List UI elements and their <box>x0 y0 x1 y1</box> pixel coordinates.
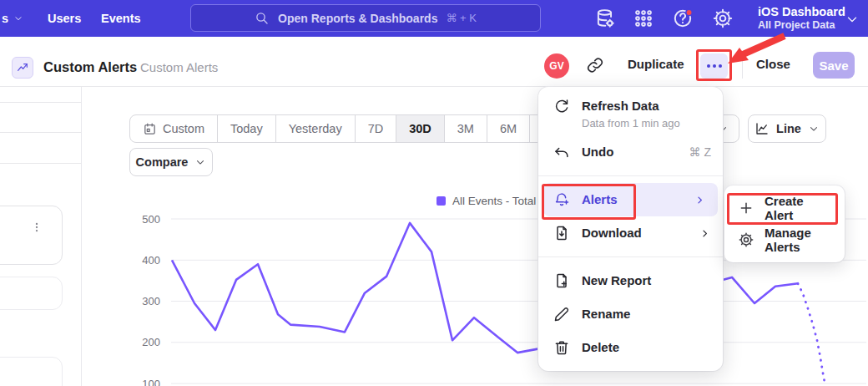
submenu-item-create-alert[interactable]: Create Alert <box>724 192 845 224</box>
range-segment-30d[interactable]: 30D <box>396 115 444 142</box>
menu-item-sublabel: Data from 1 min ago <box>582 116 680 131</box>
menu-item-delete[interactable]: Delete <box>538 331 723 364</box>
project-title: iOS Dashboard <box>758 4 845 19</box>
menu-item-refresh[interactable]: Refresh DataData from 1 min ago <box>538 92 723 135</box>
range-segment-today[interactable]: Today <box>217 115 275 142</box>
search-shortcut: ⌘ + K <box>446 12 477 24</box>
range-segment-7d[interactable]: 7D <box>355 115 396 142</box>
menu-item-undo[interactable]: Undo⌘ Z <box>538 135 723 169</box>
menu-item-label: Rename <box>582 306 630 323</box>
apps-grid-icon[interactable] <box>633 8 654 29</box>
chart-type-label: Line <box>776 122 801 135</box>
calendar-icon <box>143 122 157 136</box>
page-title: Custom Alerts <box>43 59 137 75</box>
svg-text:200: 200 <box>142 336 160 348</box>
nav-item-users[interactable]: Users <box>48 12 81 25</box>
chevron-down-icon[interactable] <box>845 12 860 27</box>
menu-item-label: Refresh Data <box>582 98 680 114</box>
project-switcher[interactable]: iOS Dashboard All Project Data <box>758 4 845 33</box>
breadcrumb: Custom Alerts <box>140 60 218 74</box>
report-type-icon <box>12 57 33 79</box>
menu-item-shortcut: ⌘ Z <box>689 145 711 159</box>
more-options-button[interactable] <box>700 53 728 79</box>
range-segment-3m[interactable]: 3M <box>444 115 487 142</box>
svg-text:500: 500 <box>142 213 160 226</box>
save-button[interactable]: Save <box>813 52 855 79</box>
svg-text:100: 100 <box>142 378 160 386</box>
dot <box>713 64 716 68</box>
pencil-icon <box>553 306 570 323</box>
legend-swatch <box>437 196 446 206</box>
submenu-item-label: Manage Alerts <box>765 226 835 254</box>
share-link-button[interactable] <box>586 56 606 76</box>
nav-item-truncated-label: s <box>2 12 8 25</box>
legend-label: All Events - Total <box>452 195 536 207</box>
menu-item-label: Download <box>582 225 642 241</box>
gear-icon <box>738 231 754 248</box>
line-chart-icon <box>754 121 770 136</box>
range-segment-label: 3M <box>457 122 474 135</box>
compare-label: Compare <box>136 155 189 169</box>
chevron-down-icon <box>194 156 206 168</box>
bell-plus-icon <box>553 191 570 208</box>
project-subtitle: All Project Data <box>758 19 845 33</box>
svg-text:300: 300 <box>142 295 160 307</box>
app-window: s Users Events Open Reports & Dashboards… <box>0 0 868 386</box>
range-segment-label: Custom <box>163 122 204 135</box>
nav-item-truncated[interactable]: s <box>0 12 23 25</box>
range-segment-custom[interactable]: Custom <box>130 115 217 142</box>
dot <box>719 64 722 68</box>
range-segment-label: 7D <box>368 122 384 135</box>
avatar[interactable]: GV <box>544 53 569 79</box>
data-management-icon[interactable] <box>594 8 616 29</box>
link-icon <box>586 56 604 74</box>
chevron-down-icon <box>808 123 820 135</box>
menu-item-download[interactable]: Download <box>538 216 723 250</box>
menu-item-alerts[interactable]: Alerts <box>543 183 718 216</box>
close-button[interactable]: Close <box>756 57 790 71</box>
undo-icon <box>553 144 570 160</box>
refresh-icon <box>553 98 570 114</box>
nav-item-events[interactable]: Events <box>101 12 141 25</box>
range-segment-yesterday[interactable]: Yesterday <box>275 115 355 142</box>
help-icon[interactable] <box>672 8 694 29</box>
range-segment-label: 6M <box>500 122 517 135</box>
submenu-item-manage-alerts[interactable]: Manage Alerts <box>724 224 845 256</box>
menu-item-label: New Report <box>582 272 651 289</box>
chevron-down-icon <box>13 13 23 23</box>
range-segment-label: Today <box>230 122 263 135</box>
download-icon <box>553 225 570 241</box>
dot <box>707 64 710 68</box>
chart-type-button[interactable]: Line <box>748 114 826 143</box>
top-nav-bar: s Users Events Open Reports & Dashboards… <box>0 0 868 37</box>
menu-item-label: Delete <box>582 339 619 356</box>
range-segment-6m[interactable]: 6M <box>487 115 529 142</box>
search-placeholder: Open Reports & Dashboards <box>278 12 437 25</box>
svg-text:400: 400 <box>142 254 160 267</box>
duplicate-button[interactable]: Duplicate <box>628 57 684 71</box>
more-options-menu: Refresh DataData from 1 min agoUndo⌘ ZAl… <box>538 87 723 371</box>
menu-item-label: Alerts <box>582 191 618 208</box>
date-range-control: CustomTodayYesterday7D30D3M6M12M <box>129 114 579 143</box>
compare-button[interactable]: Compare <box>129 148 213 176</box>
chevron-right-icon <box>699 227 711 240</box>
search-input[interactable]: Open Reports & Dashboards ⌘ + K <box>190 4 541 32</box>
trash-icon <box>553 339 570 356</box>
file-plus-icon <box>553 272 570 289</box>
range-segment-label: Yesterday <box>289 122 342 135</box>
menu-item-new-report[interactable]: New Report <box>538 264 723 297</box>
menu-divider <box>538 175 723 176</box>
legend-item[interactable]: All Events - Total <box>437 195 536 207</box>
alerts-submenu: Create AlertManage Alerts <box>724 185 845 262</box>
plus-icon <box>738 200 754 216</box>
chevron-right-icon <box>694 194 706 206</box>
settings-gear-icon[interactable] <box>712 8 734 29</box>
submenu-item-label: Create Alert <box>765 194 835 222</box>
menu-item-rename[interactable]: Rename <box>538 297 723 331</box>
menu-item-label: Undo <box>582 144 613 160</box>
header-divider <box>742 53 743 79</box>
menu-divider <box>538 256 723 257</box>
range-segment-label: 30D <box>409 122 431 135</box>
search-icon <box>255 11 270 26</box>
